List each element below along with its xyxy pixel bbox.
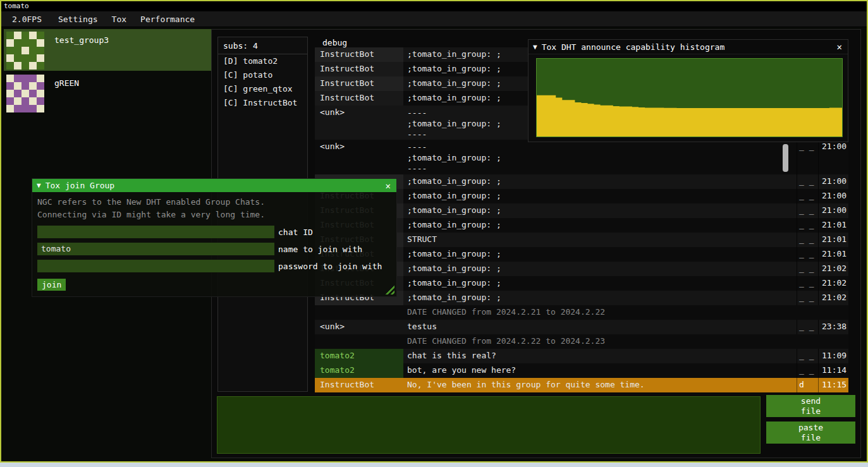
delivery-marks: _ _	[797, 262, 818, 276]
avatar-pixel	[21, 90, 29, 97]
avatar-pixel	[21, 82, 29, 90]
subs-item[interactable]: [C] green_qtox	[218, 82, 307, 96]
sidebar-group-test_group3[interactable]: test_group3	[4, 29, 212, 71]
avatar-pixel	[29, 105, 37, 112]
message-text: DATE CHANGED from 2024.2.21 to 2024.2.22	[403, 305, 848, 320]
sender-name: tomato2	[315, 349, 403, 363]
message-text: ;tomato_in_group: ;	[403, 189, 797, 203]
join-group-window: ▼ Tox join Group ✕ NGC refers to the New…	[32, 178, 397, 297]
sidebar-group-gREEN[interactable]: gREEN	[4, 72, 212, 114]
delivery-marks: _ _	[797, 276, 818, 291]
resize-grip-icon[interactable]	[383, 283, 394, 294]
avatar-pixel	[29, 32, 37, 39]
message-text: bot, are you new here?	[403, 363, 797, 378]
message-text: No, I've been in this group for quite so…	[403, 378, 797, 392]
avatar-pixel	[14, 47, 21, 54]
avatar-pixel	[21, 97, 29, 105]
chat-tab-debug[interactable]: debug	[322, 38, 347, 47]
delivery-marks: _ _	[797, 349, 818, 363]
delivery-marks: _ _	[797, 140, 818, 174]
join-window-title: Tox join Group	[46, 181, 115, 190]
avatar-pixel	[29, 62, 37, 70]
timestamp: 11:15	[818, 378, 848, 392]
chat-row[interactable]: tomato2bot, are you new here?_ _11:14	[315, 363, 848, 378]
delivery-marks: _ _	[797, 363, 818, 378]
avatar-pixel	[37, 47, 44, 54]
delivery-marks: _ _	[797, 320, 818, 334]
timestamp: 21:00	[818, 203, 848, 218]
delivery-marks: _ _	[797, 291, 818, 305]
window-bottom-edge	[0, 463, 868, 467]
join-info-line: Connecting via ID might take a very long…	[37, 209, 391, 221]
timestamp: 21:02	[818, 262, 848, 276]
message-text: DATE CHANGED from 2024.2.22 to 2024.2.23	[403, 334, 848, 349]
avatar-pixel	[29, 82, 37, 90]
avatar-pixel	[29, 97, 37, 105]
timestamp: 21:00	[818, 140, 848, 174]
timestamp: 21:01	[818, 233, 848, 247]
message-text: ;tomato_in_group: ;	[403, 174, 797, 189]
avatar-pixel	[6, 90, 14, 97]
date-changed-row[interactable]: DATE CHANGED from 2024.2.22 to 2024.2.23	[315, 334, 848, 349]
subs-list: [D] tomato2[C] potato[C] green_qtox[C] I…	[218, 54, 307, 110]
avatar-pixel	[21, 39, 29, 47]
timestamp: 21:01	[818, 247, 848, 262]
paste-file-button[interactable]: paste file	[766, 422, 855, 444]
chat-row[interactable]: InstructBotNo, I've been in this group f…	[315, 378, 848, 392]
timestamp: 21:02	[818, 291, 848, 305]
avatar-pixel	[6, 39, 14, 47]
histogram-window-titlebar[interactable]: ▼ Tox DHT announce capability histogram …	[529, 40, 848, 54]
subs-item[interactable]: [D] tomato2	[218, 54, 307, 68]
composer-input[interactable]	[217, 396, 761, 454]
join-name-label: name to join with	[278, 245, 362, 254]
avatar-pixel	[29, 39, 37, 47]
avatar-pixel	[37, 90, 44, 97]
avatar-pixel	[6, 47, 14, 54]
avatar-pixel	[14, 39, 21, 47]
group-avatar	[6, 32, 44, 70]
avatar-pixel	[37, 105, 44, 112]
sender-name: InstructBot	[315, 47, 403, 62]
send-file-button[interactable]: send file	[766, 395, 855, 417]
join-name-input[interactable]: tomato	[37, 243, 274, 255]
timestamp: 21:02	[818, 276, 848, 291]
avatar-pixel	[14, 54, 21, 62]
app-window: tomato 2.0FPSSettingsToxPerformance test…	[0, 0, 868, 463]
sender-name: InstructBot	[315, 378, 403, 392]
close-icon[interactable]: ✕	[384, 181, 392, 191]
avatar-pixel	[29, 47, 37, 54]
message-text: ;tomato_in_group: ;	[403, 276, 797, 291]
sender-name: <unk>	[315, 140, 403, 174]
avatar-pixel	[6, 75, 14, 82]
menu-item-settings[interactable]: Settings	[51, 13, 105, 26]
avatar-pixel	[21, 62, 29, 70]
avatar-pixel	[21, 54, 29, 62]
chat-id-input[interactable]	[37, 226, 274, 238]
menu-item-tox[interactable]: Tox	[105, 13, 133, 26]
subs-header: subs: 4	[218, 37, 307, 54]
collapse-icon[interactable]: ▼	[533, 43, 537, 51]
subs-item[interactable]: [C] InstructBot	[218, 96, 307, 110]
subs-item[interactable]: [C] potato	[218, 68, 307, 82]
collapse-icon[interactable]: ▼	[37, 181, 41, 190]
join-info-text: NGC refers to the New DHT enabled Group …	[32, 192, 396, 221]
message-text: chat is this real?	[403, 349, 797, 363]
sender-name: tomato2	[315, 363, 403, 378]
message-text: ;tomato_in_group: ;	[403, 203, 797, 218]
chat-row[interactable]: <unk>testus_ _23:38	[315, 320, 848, 334]
delivery-marks: _ _	[797, 203, 818, 218]
message-line: ----	[407, 163, 794, 174]
chat-row[interactable]: <unk>----;tomato_in_group: ;----_ _21:00	[315, 140, 848, 174]
join-password-input[interactable]	[37, 260, 274, 272]
avatar-pixel	[14, 62, 21, 70]
close-icon[interactable]: ✕	[836, 42, 843, 52]
join-window-titlebar[interactable]: ▼ Tox join Group ✕	[32, 179, 396, 192]
chat-row[interactable]: tomato2chat is this real?_ _11:09	[315, 349, 848, 363]
message-scrollbar[interactable]	[783, 144, 788, 172]
menu-item-performance[interactable]: Performance	[133, 13, 202, 26]
sender-name	[315, 305, 403, 320]
date-changed-row[interactable]: DATE CHANGED from 2024.2.21 to 2024.2.22	[315, 305, 848, 320]
avatar-pixel	[6, 105, 14, 112]
sender-name: InstructBot	[315, 91, 403, 106]
join-button[interactable]: join	[37, 279, 66, 291]
